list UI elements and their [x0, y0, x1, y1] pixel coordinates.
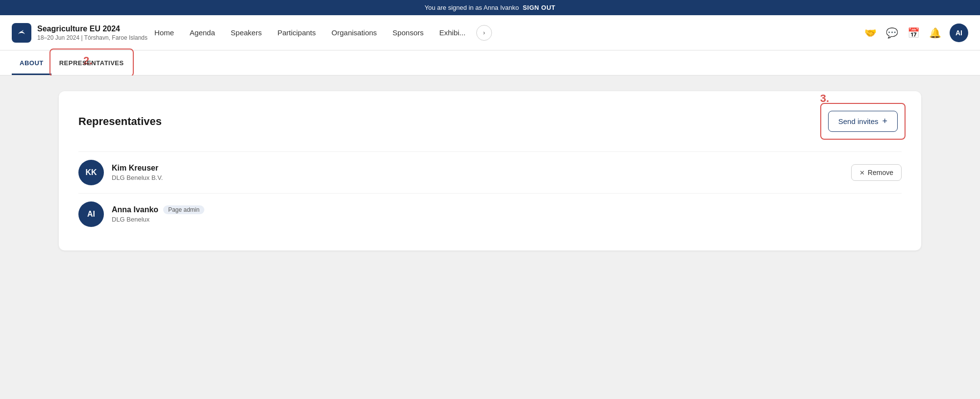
svg-point-0: [19, 33, 21, 34]
tab-representatives[interactable]: REPRESENTATIVES: [51, 50, 132, 75]
send-invites-button[interactable]: Send invites +: [828, 111, 898, 132]
nav-speakers[interactable]: Speakers: [224, 25, 269, 41]
banner-text: You are signed in as Anna Ivanko: [425, 4, 519, 11]
page-admin-badge: Page admin: [163, 205, 204, 214]
nav-home[interactable]: Home: [147, 25, 181, 41]
nav-exhibitors[interactable]: Exhibi...: [432, 25, 472, 41]
card-header: Representatives 3. Send invites +: [78, 107, 902, 136]
send-invites-wrapper: 3. Send invites +: [824, 107, 902, 136]
logo-text: Seagriculture EU 2024 18–20 Jun 2024 | T…: [37, 24, 147, 41]
rep-name-anna: Anna Ivanko: [112, 205, 158, 214]
main-nav: Home Agenda Speakers Participants Organi…: [147, 25, 863, 41]
top-banner: You are signed in as Anna Ivanko SIGN OU…: [0, 0, 980, 15]
rep-org-kim: DLG Benelux B.V.: [112, 174, 851, 181]
event-subtitle: 18–20 Jun 2024 | Tórshavn, Faroe Islands: [37, 34, 147, 41]
handshake-icon[interactable]: 🤝: [863, 26, 877, 40]
annotation-3-label: 3.: [820, 92, 829, 105]
rep-org-anna: DLG Benelux: [112, 216, 902, 223]
remove-label-kim: Remove: [868, 169, 893, 176]
rep-info-kim: Kim Kreuser DLG Benelux B.V.: [112, 164, 851, 181]
nav-sponsors[interactable]: Sponsors: [386, 25, 430, 41]
header-actions: 🤝 💬 📅 🔔 AI: [863, 24, 968, 42]
nav-participants[interactable]: Participants: [270, 25, 322, 41]
x-icon-kim: ✕: [859, 169, 865, 176]
message-icon[interactable]: 💬: [885, 26, 899, 40]
calendar-icon[interactable]: 📅: [906, 26, 920, 40]
sub-nav: 2. ABOUT REPRESENTATIVES: [0, 50, 980, 75]
remove-button-kim[interactable]: ✕ Remove: [851, 164, 902, 181]
user-avatar[interactable]: AI: [950, 24, 968, 42]
send-invites-label: Send invites: [838, 117, 879, 125]
rep-info-anna: Anna Ivanko Page admin DLG Benelux: [112, 205, 902, 223]
event-title: Seagriculture EU 2024: [37, 24, 147, 33]
card-title: Representatives: [78, 115, 162, 128]
logo-icon[interactable]: [12, 23, 31, 43]
chevron-right-icon: ›: [483, 29, 485, 36]
rep-avatar-ai: AI: [78, 201, 104, 227]
sign-out-button[interactable]: SIGN OUT: [523, 4, 556, 11]
rep-avatar-kk: KK: [78, 160, 104, 185]
tab-about[interactable]: ABOUT: [12, 50, 51, 75]
rep-name-row-anna: Anna Ivanko Page admin: [112, 205, 902, 214]
nav-organisations[interactable]: Organisations: [325, 25, 384, 41]
representatives-card: Representatives 3. Send invites + KK Kim…: [59, 91, 921, 250]
rep-name-kim: Kim Kreuser: [112, 164, 158, 173]
bell-icon[interactable]: 🔔: [928, 26, 942, 40]
main-content: Representatives 3. Send invites + KK Kim…: [0, 75, 980, 370]
rep-row-kim: KK Kim Kreuser DLG Benelux B.V. ✕ Remove: [78, 151, 902, 193]
rep-row-anna: AI Anna Ivanko Page admin DLG Benelux: [78, 193, 902, 235]
header: Seagriculture EU 2024 18–20 Jun 2024 | T…: [0, 15, 980, 50]
nav-more-button[interactable]: ›: [476, 25, 492, 41]
logo-area: Seagriculture EU 2024 18–20 Jun 2024 | T…: [12, 23, 147, 43]
rep-name-row-kim: Kim Kreuser: [112, 164, 851, 173]
nav-agenda[interactable]: Agenda: [183, 25, 222, 41]
sub-nav-tabs: ABOUT REPRESENTATIVES: [12, 50, 968, 75]
plus-icon: +: [882, 116, 887, 126]
